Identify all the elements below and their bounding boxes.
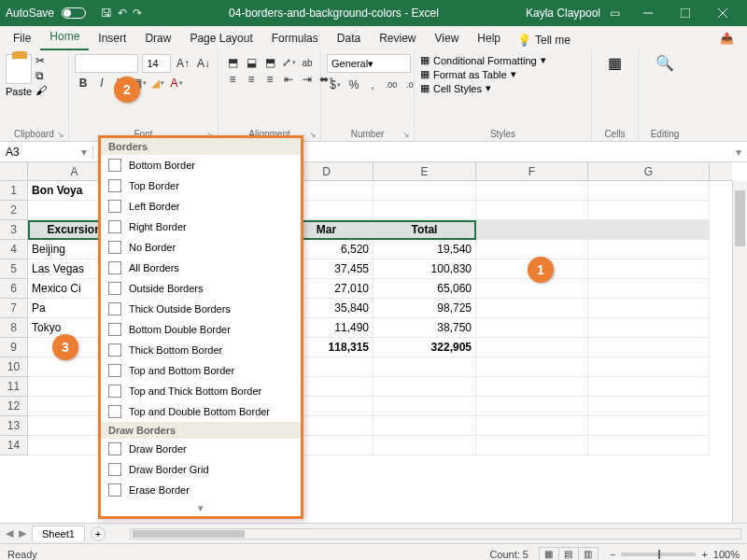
row-headers[interactable]: 1234567891011121314: [0, 181, 28, 455]
border-option[interactable]: Right Border: [101, 217, 301, 237]
tab-insert[interactable]: Insert: [89, 28, 135, 50]
bold-button[interactable]: B: [75, 75, 92, 91]
row-header-4[interactable]: 4: [0, 240, 28, 259]
align-right-icon[interactable]: ≡: [261, 71, 278, 88]
tab-data[interactable]: Data: [328, 28, 370, 50]
close-button[interactable]: [704, 0, 741, 26]
font-color-button[interactable]: A: [168, 75, 185, 91]
border-option[interactable]: All Borders: [101, 258, 301, 278]
border-option[interactable]: Bottom Double Border: [101, 319, 301, 340]
row-header-3[interactable]: 3: [0, 220, 28, 240]
draw-border-option[interactable]: Draw Border: [101, 439, 301, 459]
number-format-combo[interactable]: General ▾: [327, 54, 411, 73]
row-header-10[interactable]: 10: [0, 357, 28, 377]
orientation-icon[interactable]: ⤢: [280, 54, 297, 71]
row-header-13[interactable]: 13: [0, 416, 28, 436]
border-option[interactable]: Thick Bottom Border: [101, 340, 301, 360]
undo-icon[interactable]: ↶: [118, 7, 127, 20]
horizontal-scrollbar[interactable]: [130, 528, 741, 539]
row-header-5[interactable]: 5: [0, 259, 28, 279]
tab-help[interactable]: Help: [468, 28, 510, 50]
tell-me[interactable]: 💡 Tell me: [510, 30, 578, 50]
redo-icon[interactable]: ↷: [133, 7, 142, 20]
name-box[interactable]: A3▾: [0, 146, 93, 159]
ribbon-options-icon[interactable]: ▭: [610, 7, 620, 20]
page-break-view-icon[interactable]: ▥: [578, 547, 599, 561]
zoom-level[interactable]: 100%: [713, 549, 740, 560]
cells-icon[interactable]: ▦: [598, 54, 632, 72]
clipboard-dialog-launcher[interactable]: ↘: [57, 130, 64, 139]
border-option[interactable]: Left Border: [101, 196, 301, 217]
paste-button[interactable]: Paste: [6, 54, 32, 97]
number-dialog-launcher[interactable]: ↘: [402, 130, 410, 139]
align-middle-icon[interactable]: ⬓: [243, 54, 260, 71]
border-option[interactable]: Thick Outside Borders: [101, 299, 301, 319]
decrease-font-icon[interactable]: A↓: [195, 55, 212, 72]
percent-icon[interactable]: %: [345, 77, 362, 93]
col-header-E[interactable]: E: [374, 162, 476, 180]
comma-icon[interactable]: ,: [364, 77, 381, 93]
tab-draw[interactable]: Draw: [135, 28, 180, 50]
cell-styles-button[interactable]: ▦Cell Styles ▾: [420, 82, 585, 94]
row-header-6[interactable]: 6: [0, 279, 28, 299]
new-sheet-button[interactable]: +: [91, 526, 106, 541]
align-bottom-icon[interactable]: ⬒: [261, 54, 278, 71]
row-header-12[interactable]: 12: [0, 397, 28, 416]
border-option[interactable]: No Border: [101, 237, 301, 258]
increase-decimal-icon[interactable]: .00: [383, 77, 400, 93]
row-header-14[interactable]: 14: [0, 436, 28, 455]
row-header-7[interactable]: 7: [0, 299, 28, 318]
zoom-slider[interactable]: [621, 553, 696, 556]
editing-icon[interactable]: 🔍: [644, 54, 685, 72]
tab-page-layout[interactable]: Page Layout: [180, 28, 261, 50]
row-header-1[interactable]: 1: [0, 181, 28, 201]
border-option[interactable]: Top and Double Bottom Border: [101, 401, 301, 422]
share-button[interactable]: 📤: [711, 28, 743, 50]
row-header-2[interactable]: 2: [0, 201, 28, 220]
normal-view-icon[interactable]: ▦: [539, 547, 559, 561]
fill-color-button[interactable]: ◢: [149, 75, 166, 91]
tab-view[interactable]: View: [426, 28, 469, 50]
currency-icon[interactable]: $: [327, 77, 344, 93]
border-option[interactable]: Top and Bottom Border: [101, 360, 301, 381]
tab-review[interactable]: Review: [370, 28, 425, 50]
save-icon[interactable]: 🖫: [101, 7, 112, 20]
border-option[interactable]: Top and Thick Bottom Border: [101, 381, 301, 401]
draw-border-option[interactable]: Erase Border: [101, 480, 301, 500]
increase-indent-icon[interactable]: ⇥: [299, 71, 316, 88]
draw-border-option[interactable]: Draw Border Grid: [101, 459, 301, 480]
cut-icon[interactable]: ✂: [35, 54, 47, 67]
sheet-nav-prev-icon[interactable]: ◀: [6, 527, 13, 539]
page-layout-view-icon[interactable]: ▤: [558, 547, 579, 561]
italic-button[interactable]: I: [93, 75, 110, 91]
expand-formula-bar-icon[interactable]: ▾: [730, 146, 747, 159]
increase-font-icon[interactable]: A↑: [175, 55, 191, 72]
sheet-tab[interactable]: Sheet1: [32, 525, 85, 541]
autosave-toggle[interactable]: [62, 7, 86, 19]
font-combo[interactable]: [75, 54, 138, 73]
zoom-in-button[interactable]: +: [701, 549, 707, 560]
col-header-G[interactable]: G: [588, 162, 710, 180]
align-center-icon[interactable]: ≡: [243, 71, 260, 88]
format-painter-icon[interactable]: 🖌: [35, 84, 47, 97]
borders-more-icon[interactable]: ▾: [101, 500, 301, 516]
user-name[interactable]: Kayla Claypool: [526, 7, 600, 20]
col-header-F[interactable]: F: [476, 162, 588, 180]
border-option[interactable]: Bottom Border: [101, 155, 301, 175]
row-header-11[interactable]: 11: [0, 377, 28, 397]
format-as-table-button[interactable]: ▦Format as Table ▾: [420, 68, 585, 80]
align-top-icon[interactable]: ⬒: [224, 54, 241, 71]
tab-formulas[interactable]: Formulas: [262, 28, 328, 50]
alignment-dialog-launcher[interactable]: ↘: [309, 130, 317, 139]
wrap-text-icon[interactable]: ab: [299, 54, 316, 71]
align-left-icon[interactable]: ≡: [224, 71, 241, 88]
maximize-button[interactable]: [667, 0, 704, 26]
border-option[interactable]: Outside Borders: [101, 278, 301, 299]
vertical-scrollbar[interactable]: [732, 181, 747, 523]
minimize-button[interactable]: [629, 0, 667, 26]
border-option[interactable]: Top Border: [101, 175, 301, 196]
row-header-8[interactable]: 8: [0, 318, 28, 338]
conditional-formatting-button[interactable]: ▦Conditional Formatting ▾: [420, 54, 585, 66]
font-size-combo[interactable]: 14: [142, 54, 171, 73]
tab-file[interactable]: File: [4, 28, 40, 50]
